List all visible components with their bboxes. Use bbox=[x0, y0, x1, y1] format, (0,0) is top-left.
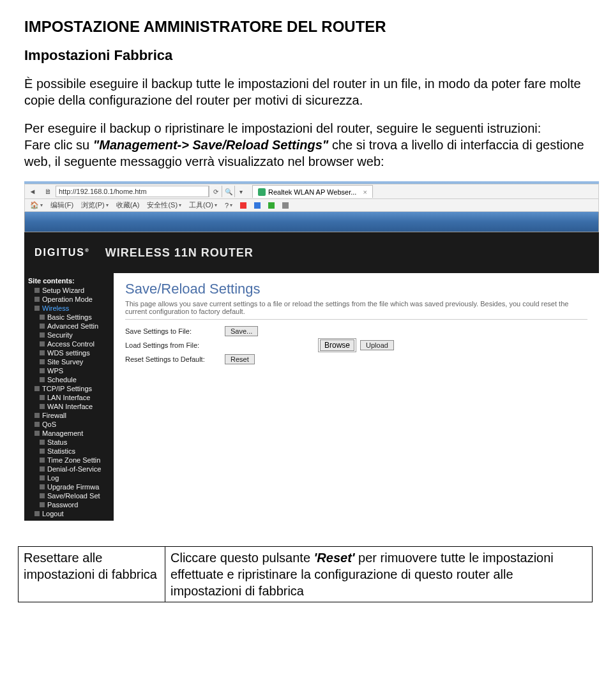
sidebar-item[interactable]: Logout bbox=[26, 509, 112, 518]
toolbar-icon[interactable] bbox=[268, 202, 275, 209]
menu-home-icon[interactable]: 🏠 ▾ bbox=[30, 201, 43, 209]
menu-item[interactable]: ? ▾ bbox=[225, 202, 232, 209]
sidebar-item[interactable]: WDS settings bbox=[26, 348, 112, 357]
upload-button[interactable]: Upload bbox=[360, 340, 394, 350]
folder-icon bbox=[34, 422, 40, 427]
folder-icon bbox=[40, 404, 45, 409]
sidebar-item[interactable]: Upgrade Firmwa bbox=[26, 482, 112, 491]
sidebar-item[interactable]: Basic Settings bbox=[26, 313, 112, 322]
folder-icon bbox=[34, 386, 40, 391]
folder-icon bbox=[34, 297, 40, 302]
sidebar-item-label: Site Survey bbox=[47, 358, 83, 366]
content-title: Save/Reload Settings bbox=[125, 281, 587, 297]
sidebar-item-label: QoS bbox=[42, 421, 56, 428]
folder-icon bbox=[34, 288, 40, 293]
menu-item[interactable]: 编辑(F) bbox=[50, 200, 73, 210]
sidebar-item[interactable]: Security bbox=[26, 331, 112, 339]
reset-button[interactable]: Reset bbox=[225, 354, 255, 364]
sidebar-item[interactable]: Advanced Settin bbox=[26, 322, 112, 331]
instruction-label: Resettare alle impostazioni di fabbrica bbox=[19, 547, 165, 602]
menu-item[interactable]: 收藏(A) bbox=[116, 200, 140, 210]
paragraph-1: È possibile eseguire il backup tutte le … bbox=[24, 75, 589, 108]
sidebar-item-label: Advanced Settin bbox=[47, 322, 98, 330]
folder-icon bbox=[34, 413, 40, 418]
sidebar-item-label: TCP/IP Settings bbox=[42, 385, 92, 392]
sidebar-item[interactable]: Firewall bbox=[26, 411, 112, 420]
toolbar-icon[interactable] bbox=[254, 202, 261, 209]
folder-icon bbox=[40, 475, 45, 480]
sidebar-item-label: WPS bbox=[47, 367, 63, 375]
sidebar-heading: Site contents: bbox=[26, 276, 112, 286]
sidebar-item-label: Save/Reload Set bbox=[47, 492, 100, 500]
toolbar-icon[interactable] bbox=[282, 202, 289, 209]
instruction-table: Resettare alle impostazioni di fabbrica … bbox=[18, 546, 593, 602]
sidebar-item[interactable]: Setup Wizard bbox=[26, 286, 112, 295]
tab-favicon bbox=[258, 188, 266, 196]
sidebar-item[interactable]: LAN Interface bbox=[26, 393, 112, 402]
toolbar-icon[interactable] bbox=[240, 202, 246, 209]
file-path-field[interactable] bbox=[225, 339, 314, 351]
browser-address-bar: ◄ 🗎 http://192.168.0.1/home.htm ⟳ 🔍 ▾ Re… bbox=[24, 184, 599, 199]
sidebar-item[interactable]: Log bbox=[26, 473, 112, 482]
content-description: This page allows you save current settin… bbox=[125, 300, 587, 320]
browser-tab[interactable]: Realtek WLAN AP Webser... × bbox=[252, 185, 373, 198]
folder-icon bbox=[40, 458, 45, 463]
folder-icon bbox=[40, 395, 45, 400]
menu-item[interactable]: 工具(O) ▾ bbox=[189, 200, 217, 210]
close-tab-icon[interactable]: × bbox=[363, 188, 367, 196]
sidebar-item-label: Logout bbox=[42, 510, 64, 518]
sidebar-item-label: Log bbox=[47, 474, 59, 482]
window-titlebar bbox=[24, 212, 599, 232]
url-field[interactable]: http://192.168.0.1/home.htm bbox=[56, 186, 209, 197]
back-icon[interactable]: ◄ bbox=[27, 186, 38, 197]
dropdown-icon[interactable]: ▾ bbox=[234, 186, 247, 197]
sidebar-item-label: WAN Interface bbox=[47, 403, 93, 410]
sidebar-item[interactable]: Management bbox=[26, 429, 112, 438]
sidebar-item[interactable]: Status bbox=[26, 438, 112, 447]
sidebar-item-label: Firewall bbox=[42, 412, 66, 419]
sidebar-item-label: Basic Settings bbox=[47, 313, 92, 321]
sidebar-item-label: Password bbox=[47, 501, 78, 509]
browse-button[interactable]: Browse bbox=[320, 339, 354, 351]
sidebar-nav: Site contents: Setup WizardOperation Mod… bbox=[24, 273, 114, 521]
sidebar-item[interactable]: Site Survey bbox=[26, 357, 112, 366]
sidebar-item[interactable]: Denial-of-Service bbox=[26, 465, 112, 473]
sidebar-item[interactable]: WPS bbox=[26, 366, 112, 375]
folder-icon bbox=[34, 306, 40, 311]
sidebar-item-label: Time Zone Settin bbox=[47, 456, 100, 464]
folder-icon bbox=[40, 350, 45, 355]
folder-icon bbox=[40, 332, 45, 338]
sidebar-item[interactable]: Statistics bbox=[26, 447, 112, 456]
search-icon[interactable]: 🔍 bbox=[222, 186, 234, 197]
sidebar-item[interactable]: Save/Reload Set bbox=[26, 491, 112, 500]
load-from-file-label: Load Settings from File: bbox=[125, 341, 221, 349]
sidebar-item-label: Denial-of-Service bbox=[47, 465, 101, 473]
folder-icon bbox=[40, 368, 45, 373]
sidebar-item[interactable]: Time Zone Settin bbox=[26, 456, 112, 465]
refresh-icon[interactable]: ⟳ bbox=[209, 186, 222, 197]
sidebar-item[interactable]: Access Control bbox=[26, 339, 112, 348]
folder-icon bbox=[40, 324, 45, 329]
router-admin-screenshot: ◄ 🗎 http://192.168.0.1/home.htm ⟳ 🔍 ▾ Re… bbox=[24, 181, 599, 521]
menu-item[interactable]: 浏览(P) ▾ bbox=[81, 200, 109, 210]
sidebar-item-label: Access Control bbox=[47, 340, 95, 348]
sidebar-item[interactable]: Password bbox=[26, 500, 112, 509]
sidebar-item[interactable]: WAN Interface bbox=[26, 402, 112, 411]
sidebar-item[interactable]: Schedule bbox=[26, 375, 112, 384]
sidebar-item[interactable]: Wireless bbox=[26, 304, 112, 313]
folder-icon bbox=[40, 315, 45, 320]
sidebar-item[interactable]: TCP/IP Settings bbox=[26, 384, 112, 393]
menu-item[interactable]: 安全性(S) ▾ bbox=[147, 200, 181, 210]
sidebar-item[interactable]: Operation Mode bbox=[26, 295, 112, 304]
save-button[interactable]: Save... bbox=[225, 326, 258, 336]
section-heading: Impostazioni Fabbrica bbox=[24, 47, 589, 64]
folder-icon bbox=[40, 502, 45, 507]
folder-icon bbox=[40, 466, 45, 472]
sidebar-item-label: Status bbox=[47, 438, 67, 446]
folder-icon bbox=[40, 341, 45, 346]
sidebar-item[interactable]: QoS bbox=[26, 420, 112, 429]
sidebar-item-label: Security bbox=[47, 331, 73, 339]
folder-icon bbox=[40, 449, 45, 454]
browser-menubar: 🏠 ▾ 编辑(F) 浏览(P) ▾ 收藏(A) 安全性(S) ▾ 工具(O) ▾… bbox=[24, 199, 599, 212]
folder-icon bbox=[34, 431, 40, 436]
